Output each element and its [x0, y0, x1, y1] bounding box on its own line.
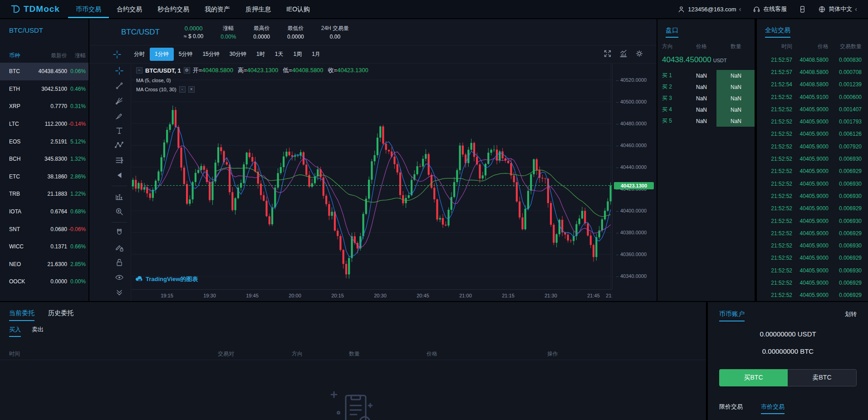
tool-crosshair[interactable] [112, 64, 127, 77]
coin-row-TRB[interactable]: TRB 21.1883 1.22% [0, 185, 88, 203]
trade-price: 40405.9000 [792, 205, 829, 212]
order-book-row-1[interactable]: 买 1 NaN NaN [657, 70, 755, 81]
crosshair-mode-icon[interactable] [113, 50, 122, 59]
order-book-row-5[interactable]: 买 5 NaN NaN [657, 115, 755, 127]
interval-tab-30m[interactable]: 30分钟 [225, 48, 251, 61]
orders-table-headers: 时间交易对方向数量价格操作 [0, 347, 706, 360]
order-book-row-3[interactable]: 买 3 NaN NaN [657, 93, 755, 104]
candlestick-chart[interactable] [132, 64, 612, 289]
tool-zoom-in[interactable] [112, 205, 127, 218]
transfer-link[interactable]: 划转 [845, 310, 857, 318]
tool-magnet[interactable] [112, 227, 127, 239]
trades-title[interactable]: 全站交易 [765, 26, 790, 38]
trade-row: 21:52:52 40405.9000 0.007920 [757, 140, 868, 153]
orders-tab-0[interactable]: 当前委托 [9, 309, 34, 321]
trade-price: 40405.9000 [792, 168, 829, 174]
account-title[interactable]: 币币账户 [719, 310, 745, 321]
tool-more-collapse[interactable] [112, 286, 127, 299]
nav-item-contract[interactable]: 合约交易 [109, 0, 150, 18]
trade-qty: 0.001793 [829, 119, 868, 125]
interval-tab-15m[interactable]: 15分钟 [197, 48, 224, 61]
order-book-row-4[interactable]: 买 4 NaN NaN [657, 104, 755, 115]
trade-mode-tab-0[interactable]: 限价交易 [719, 403, 743, 414]
tool-drawing-mode-lock[interactable] [112, 241, 127, 254]
order-book-title[interactable]: 盘口 [666, 26, 678, 38]
tool-text[interactable] [112, 124, 127, 137]
trades-headers: 时间 价格 交易数量 [757, 43, 868, 50]
trade-qty: 0.001239 [829, 81, 868, 88]
nav-item-assets[interactable]: 我的资产 [197, 0, 238, 18]
tool-bar-prediction[interactable] [112, 190, 127, 203]
coin-row-SNT[interactable]: SNT 0.0680 -0.06% [0, 220, 88, 238]
legend-collapse-icon[interactable]: − [136, 67, 142, 74]
coin-row-WICC[interactable]: WICC 0.1371 0.66% [0, 238, 88, 256]
orders-side-tab-1[interactable]: 卖出 [32, 326, 44, 337]
order-book-row-2[interactable]: 买 2 NaN NaN [657, 81, 755, 93]
coin-row-OOCK[interactable]: OOCK 0.0000 0.00% [0, 273, 88, 291]
coin-row-NEO[interactable]: NEO 21.6300 2.85% [0, 256, 88, 273]
nav-item-spot[interactable]: 币币交易 [68, 0, 109, 18]
trade-mode-tab-1[interactable]: 市价交易 [761, 403, 785, 414]
tool-gann-fan[interactable] [112, 94, 127, 107]
tool-lock-all[interactable] [112, 256, 127, 269]
online-support-link[interactable]: 在线客服 [753, 5, 787, 13]
tool-xabcd-pattern[interactable] [112, 139, 127, 152]
tool-long-short-position[interactable] [112, 154, 127, 167]
interval-tab-time[interactable]: 分时 [129, 48, 150, 61]
approx-usd: ≈ $ 0.00 [184, 33, 203, 40]
coin-row-ETC[interactable]: ETC 38.1860 2.86% [0, 168, 88, 186]
price-axis[interactable]: 40520.000040500.000040480.000040460.0000… [612, 64, 657, 289]
interval-tab-5m[interactable]: 5分钟 [174, 48, 198, 61]
coin-row-BTC[interactable]: BTC 40438.4500 0.06% [0, 63, 88, 80]
coin-row-ETH[interactable]: ETH 3042.5100 0.46% [0, 80, 88, 98]
orders-side-tab-0[interactable]: 买入 [9, 326, 21, 337]
interval-tab-1M[interactable]: 1月 [307, 48, 325, 61]
coin-name: IOTA [0, 208, 32, 215]
indicators-button[interactable] [619, 49, 628, 59]
coin-price: 40438.4500 [32, 68, 67, 74]
nav-item-ieo[interactable]: IEO认购 [279, 0, 318, 18]
coin-row-EOS[interactable]: EOS 2.5191 5.12% [0, 133, 88, 150]
interval-tab-1d[interactable]: 1天 [270, 48, 289, 61]
brand-logo[interactable]: TDMock [0, 4, 68, 15]
nav-item-staking[interactable]: 质押生息 [238, 0, 279, 18]
tool-hide-all[interactable] [112, 271, 127, 284]
legend-settings-icon[interactable]: ⚙ [184, 67, 190, 74]
sell-btc-button[interactable]: 卖BTC [788, 369, 857, 386]
indicator-close-icon[interactable] [188, 86, 195, 93]
tool-arrow-left[interactable] [112, 169, 127, 182]
tool-trend-line[interactable] [112, 79, 127, 92]
support-label: 在线客服 [763, 5, 787, 13]
language-menu[interactable]: 简体中文 [818, 5, 857, 13]
coin-row-BCH[interactable]: BCH 345.8300 1.32% [0, 150, 88, 168]
tool-brush[interactable] [112, 109, 127, 122]
market-sidebar: BTC/USDT 币种 最新价 涨幅 BTC 40438.4500 0.06% … [0, 19, 88, 301]
interval-tab-1m[interactable]: 1分钟 [150, 48, 174, 61]
interval-tab-1h[interactable]: 1时 [251, 48, 270, 61]
tradingview-attribution[interactable]: TradingView的图表 [135, 275, 198, 283]
time-tick: 21:45 [584, 293, 603, 298]
fullscreen-button[interactable] [603, 49, 612, 59]
interval-tab-1w[interactable]: 1周 [288, 48, 307, 61]
col-price: 价格 [686, 43, 717, 50]
chart-legend: − BTC/USDT, 1 ⚙ 开=40408.5800高=40423.1300… [136, 66, 368, 93]
bid-qty: NaN [717, 84, 755, 90]
trade-row: 21:52:52 40405.9000 0.006929 [757, 203, 868, 215]
side-label: 买 5 [657, 117, 686, 125]
coin-row-XRP[interactable]: XRP 0.7770 0.31% [0, 98, 88, 115]
buy-btc-button[interactable]: 买BTC [719, 369, 788, 386]
indicator-hide-icon[interactable] [179, 86, 186, 93]
coin-price: 0.0680 [32, 226, 67, 232]
coin-row-IOTA[interactable]: IOTA 0.6764 0.68% [0, 203, 88, 221]
indicators-icon [619, 49, 628, 58]
account-menu[interactable]: 123456@163.com [677, 5, 741, 13]
orders-tab-1[interactable]: 历史委托 [48, 309, 74, 321]
coin-name: ETC [0, 173, 32, 180]
time-axis[interactable]: 19:1519:3019:4520:0020:1520:3020:4521:00… [132, 289, 612, 301]
trade-price: 40405.9000 [792, 143, 829, 150]
nav-item-second-contract[interactable]: 秒合约交易 [150, 0, 197, 18]
settings-button[interactable] [635, 49, 644, 59]
coin-row-LTC[interactable]: LTC 112.2000 -0.14% [0, 115, 88, 133]
app-download-button[interactable]: APP [799, 5, 806, 13]
long-short-position-icon [115, 156, 124, 165]
